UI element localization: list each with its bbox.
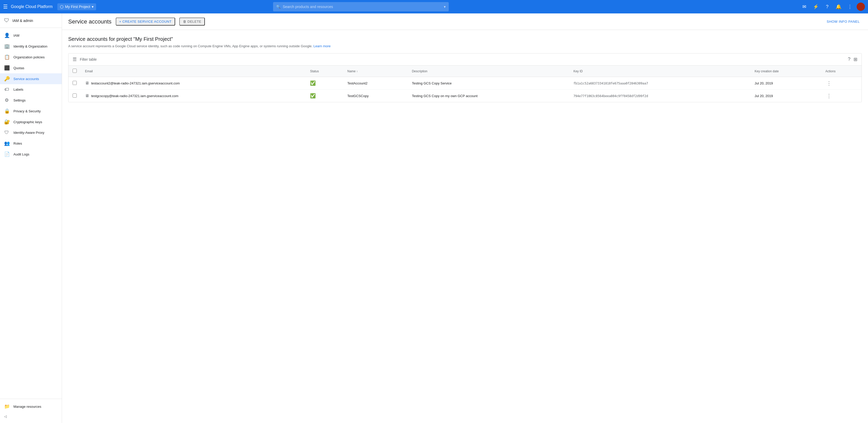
sidebar-title: IAM & admin (12, 19, 33, 23)
collapse-icon: ◁ (4, 415, 7, 418)
sidebar-item-cryptographic-keys[interactable]: 🔐 Cryptographic keys (0, 117, 62, 127)
row-actions-0: ⋮ (821, 77, 862, 90)
sidebar-item-label: Roles (13, 141, 22, 145)
main-content: Service accounts + CREATE SERVICE ACCOUN… (62, 13, 868, 423)
identity-org-icon: 🏢 (4, 43, 9, 49)
quotas-icon: ⬛ (4, 65, 9, 71)
sidebar-footer: 📁 Manage resources ◁ (0, 399, 62, 423)
table-header: Email Status Name Description Key ID Key… (68, 66, 862, 77)
row-checkbox-cell (68, 77, 81, 90)
sidebar-item-roles[interactable]: 👥 Roles (0, 138, 62, 149)
top-nav-actions: ✉ ⚡ ? 🔔 ⋮ (800, 2, 865, 11)
description-column-header: Description (408, 66, 569, 77)
row-name-1: TestGCSCopy (343, 90, 408, 102)
avatar[interactable] (857, 3, 865, 11)
row-actions-menu-button-0[interactable]: ⋮ (826, 79, 833, 87)
table-row: 🖥 testgcscopy@teak-radio-247321.iam.gser… (68, 90, 862, 102)
sidebar-item-label: Audit Logs (13, 152, 29, 156)
help-icon[interactable]: ? (823, 2, 832, 11)
send-feedback-icon[interactable]: ✉ (800, 2, 809, 11)
notifications-icon[interactable]: 🔔 (834, 2, 843, 11)
table-body: 🖥 testaccount2@teak-radio-247321.iam.gse… (68, 77, 862, 102)
service-accounts-icon: 🔑 (4, 76, 9, 82)
row-description-0: Testing GCS Copy Service (408, 77, 569, 90)
sidebar-item-labels[interactable]: 🏷 Labels (0, 84, 62, 95)
table-action-icons: ? ⊞ (848, 57, 858, 62)
iam-icon: 👤 (4, 33, 9, 38)
row-key-id-0: fb1a1c52a68373341818fe675aaa0f2846309aa7 (569, 77, 750, 90)
cloud-shell-icon[interactable]: ⚡ (811, 2, 820, 11)
row-email-0: 🖥 testaccount2@teak-radio-247321.iam.gse… (81, 77, 306, 90)
sidebar-item-privacy-security[interactable]: 🔒 Privacy & Security (0, 106, 62, 117)
identity-aware-proxy-icon: 🛡 (4, 130, 9, 135)
search-bar[interactable]: 🔍 ▾ (273, 2, 449, 11)
row-checkbox-cell (68, 90, 81, 102)
privacy-security-icon: 🔒 (4, 108, 9, 114)
page-title: Service accounts (68, 18, 112, 25)
sidebar-header: 🛡 IAM & admin (0, 13, 62, 28)
sidebar-item-organization-policies[interactable]: 📋 Organization policies (0, 52, 62, 63)
row-status-1: ✅ (306, 90, 343, 102)
sidebar-item-identity-aware-proxy[interactable]: 🛡 Identity-Aware Proxy (0, 127, 62, 138)
cryptographic-keys-icon: 🔐 (4, 119, 9, 125)
row-status-0: ✅ (306, 77, 343, 90)
sidebar-item-label: Settings (13, 98, 26, 102)
brand-name: Google Cloud Platform (11, 4, 53, 9)
sidebar-item-audit-logs[interactable]: 📄 Audit Logs (0, 149, 62, 160)
status-active-icon: ✅ (310, 93, 316, 98)
email-column-header: Email (81, 66, 306, 77)
select-all-header (68, 66, 81, 77)
table-toolbar: ☰ Filter table ? ⊞ (68, 54, 862, 66)
sidebar-collapse-button[interactable]: ◁ (0, 412, 62, 421)
manage-resources-icon: 📁 (4, 403, 9, 409)
sidebar-item-label: Identity-Aware Proxy (13, 131, 44, 134)
project-icon: ⬡ (60, 4, 64, 9)
sidebar-item-iam[interactable]: 👤 IAM (0, 30, 62, 41)
sidebar-nav: 👤 IAM 🏢 Identity & Organization 📋 Organi… (0, 28, 62, 399)
create-service-account-button[interactable]: + CREATE SERVICE ACCOUNT (116, 18, 176, 26)
key-id-column-header: Key ID (569, 66, 750, 77)
row-checkbox-0[interactable] (72, 81, 77, 85)
sidebar-item-quotas[interactable]: ⬛ Quotas (0, 63, 62, 73)
actions-column-header: Actions (821, 66, 862, 77)
content-description: A service account represents a Google Cl… (68, 44, 862, 48)
sidebar-item-manage-resources[interactable]: 📁 Manage resources (0, 401, 62, 412)
search-input[interactable] (283, 5, 444, 9)
labels-icon: 🏷 (4, 87, 9, 92)
roles-icon: 👥 (4, 140, 9, 146)
sidebar-item-service-accounts[interactable]: 🔑 Service accounts (0, 73, 62, 84)
filter-icon: ☰ (72, 57, 77, 62)
row-actions-menu-button-1[interactable]: ⋮ (826, 92, 833, 100)
help-table-icon[interactable]: ? (848, 57, 850, 62)
name-column-header[interactable]: Name (343, 66, 408, 77)
layout: 🛡 IAM & admin 👤 IAM 🏢 Identity & Organiz… (0, 13, 868, 423)
more-options-icon[interactable]: ⋮ (845, 2, 855, 11)
learn-more-link[interactable]: Learn more (313, 44, 331, 48)
content-title: Service accounts for project "My First P… (68, 36, 862, 42)
columns-icon[interactable]: ⊞ (854, 57, 858, 62)
row-description-1: Testing GCS Copy on my own GCP account (408, 90, 569, 102)
service-account-icon: 🖥 (85, 94, 89, 98)
sidebar-item-label: Identity & Organization (13, 44, 48, 48)
org-policies-icon: 📋 (4, 54, 9, 60)
chevron-down-icon: ▾ (92, 5, 94, 9)
sidebar-item-label: Cryptographic keys (13, 120, 42, 124)
row-checkbox-1[interactable] (72, 94, 77, 98)
search-icon: 🔍 (276, 5, 281, 9)
search-dropdown-icon[interactable]: ▾ (444, 5, 445, 9)
menu-icon[interactable]: ☰ (3, 4, 8, 10)
service-accounts-table-container: ☰ Filter table ? ⊞ Email St (68, 53, 862, 102)
project-name: My First Project (65, 5, 90, 9)
service-account-icon: 🖥 (85, 81, 89, 86)
show-info-panel-button[interactable]: SHOW INFO PANEL (825, 18, 862, 25)
service-accounts-table: Email Status Name Description Key ID Key… (68, 66, 862, 102)
select-all-checkbox[interactable] (72, 69, 77, 73)
page-header: Service accounts + CREATE SERVICE ACCOUN… (62, 13, 868, 30)
project-selector[interactable]: ⬡ My First Project ▾ (57, 3, 96, 10)
sidebar-item-settings[interactable]: ⚙ Settings (0, 95, 62, 106)
sidebar-item-identity-organization[interactable]: 🏢 Identity & Organization (0, 41, 62, 52)
filter-label[interactable]: Filter table (80, 57, 845, 61)
table-row: 🖥 testaccount2@teak-radio-247321.iam.gse… (68, 77, 862, 90)
delete-button[interactable]: 🗑 DELETE (179, 18, 205, 26)
iam-admin-icon: 🛡 (4, 18, 9, 24)
